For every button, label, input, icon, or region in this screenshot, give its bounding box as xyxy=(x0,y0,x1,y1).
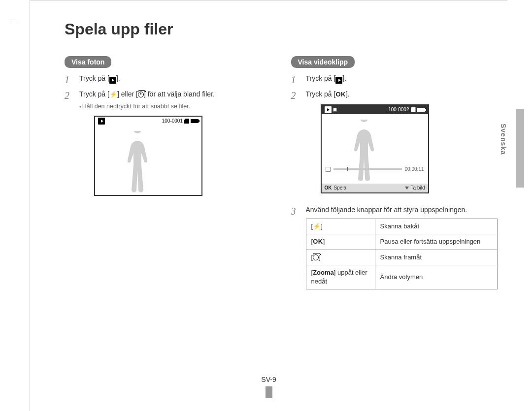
side-tab-bar xyxy=(516,109,524,188)
elapsed-time: 00:00:11 xyxy=(405,166,424,173)
table-row: [OK]Pausa eller fortsätta uppspelningen xyxy=(306,234,498,250)
video-screen-body: 00:00:11 xyxy=(322,115,428,184)
step-text: ] för att välja bland filer. xyxy=(144,90,215,98)
photos-step-1: 1 Tryck på []. xyxy=(65,74,271,90)
step-number: 1 xyxy=(65,73,69,87)
photos-substep: Håll den nedtryckt för att snabbt se fil… xyxy=(79,102,271,111)
step-text: Använd följande knappar för att styra up… xyxy=(306,206,467,214)
video-counter: 100-0002 xyxy=(388,106,409,113)
timer-icon xyxy=(138,92,144,97)
botbar-left-text: Spela xyxy=(334,185,347,191)
photo-screen-topbar: 100-0001 xyxy=(95,117,201,126)
flash-icon: ⚡ xyxy=(109,90,117,99)
crop-mark xyxy=(10,20,17,20)
playback-icon xyxy=(109,77,116,84)
control-desc-cell: Ändra volymen xyxy=(375,265,498,289)
photos-column: Visa foton 1 Tryck på []. 2 Tryck på [⚡]… xyxy=(65,56,271,295)
step-text: Tryck på [ xyxy=(306,90,336,98)
step-number: 3 xyxy=(291,204,296,218)
battery-icon xyxy=(191,119,199,123)
person-silhouette xyxy=(123,131,152,195)
step-number: 2 xyxy=(291,89,296,102)
movie-icon xyxy=(333,108,337,112)
photos-section-label: Visa foton xyxy=(65,56,111,68)
video-progress: 00:00:11 xyxy=(326,166,424,173)
person-silhouette xyxy=(349,120,379,184)
ok-icon: OK xyxy=(313,237,323,246)
videos-section-label: Visa videoklipp xyxy=(291,56,355,68)
videos-steps: 1 Tryck på []. 2 Tryck på [OK]. xyxy=(291,74,498,295)
video-screen-botbar: OK Spela Ta bild xyxy=(322,184,428,192)
video-screen-topbar: 100-0002 xyxy=(322,105,428,115)
control-desc-cell: Skanna bakåt xyxy=(375,219,498,234)
ok-label: OK xyxy=(325,185,332,191)
step-text: Tryck på [ xyxy=(79,90,109,98)
control-desc-cell: Pausa eller fortsätta uppspelningen xyxy=(375,234,498,250)
stop-icon xyxy=(326,167,331,172)
zoom-label: Zooma xyxy=(313,269,334,276)
table-row: [Zooma] uppåt eller nedåtÄndra volymen xyxy=(306,265,498,289)
photo-screen-mock: 100-0001 xyxy=(94,116,202,196)
videos-step-1: 1 Tryck på []. xyxy=(291,74,498,90)
step-text: ]. xyxy=(346,90,350,98)
content-area: Spela upp filer Visa foton 1 Tryck på []… xyxy=(30,20,507,295)
photo-counter: 100-0001 xyxy=(162,118,183,125)
step-text: ]. xyxy=(116,74,120,82)
step-text: Tryck på [ xyxy=(79,74,109,82)
ok-icon: OK xyxy=(335,90,346,99)
progress-bar xyxy=(333,168,402,170)
playback-mode-icon xyxy=(98,118,105,125)
battery-icon xyxy=(417,108,425,112)
timer-icon xyxy=(313,254,319,260)
down-icon xyxy=(405,187,409,190)
step-text: Tryck på [ xyxy=(306,74,336,82)
page-number: SV-9 xyxy=(261,376,276,383)
videos-step-2: 2 Tryck på [OK]. 100-0002 xyxy=(291,90,498,205)
botbar-left: OK Spela xyxy=(325,185,347,191)
sd-icon xyxy=(184,119,189,124)
video-top-right: 100-0002 xyxy=(388,106,425,113)
control-desc-cell: Skanna framåt xyxy=(375,250,498,265)
page-footer: SV-9 xyxy=(30,376,507,398)
two-column-layout: Visa foton 1 Tryck på []. 2 Tryck på [⚡]… xyxy=(65,56,498,295)
botbar-right-text: Ta bild xyxy=(411,185,425,191)
video-screen-mock: 100-0002 xyxy=(321,104,429,193)
playback-mode-icon xyxy=(325,106,332,113)
control-key-cell: [] xyxy=(306,250,375,265)
controls-tbody: [⚡]Skanna bakåt[OK]Pausa eller fortsätta… xyxy=(306,219,498,289)
step-number: 2 xyxy=(65,89,69,102)
table-row: [⚡]Skanna bakåt xyxy=(306,219,498,234)
photos-step-2: 2 Tryck på [⚡] eller [] för att välja bl… xyxy=(65,90,271,208)
footer-bar xyxy=(266,386,272,398)
control-key-cell: [⚡] xyxy=(306,219,375,234)
video-top-left xyxy=(325,106,337,113)
photo-screen-status: 100-0001 xyxy=(162,118,199,125)
controls-table: [⚡]Skanna bakåt[OK]Pausa eller fortsätta… xyxy=(306,219,498,289)
photo-screen-body xyxy=(95,126,201,195)
side-tab-text: Svenska xyxy=(499,124,507,155)
step-text: ] eller [ xyxy=(117,90,138,98)
flash-icon: ⚡ xyxy=(313,222,321,231)
step-number: 1 xyxy=(291,73,296,87)
control-key-cell: [OK] xyxy=(306,234,375,250)
sd-icon xyxy=(411,107,416,112)
playback-icon xyxy=(335,77,342,84)
language-side-tab: Svenska xyxy=(499,124,507,155)
videos-column: Visa videoklipp 1 Tryck på []. 2 Tryck p… xyxy=(291,56,498,295)
photos-steps: 1 Tryck på []. 2 Tryck på [⚡] eller [] f… xyxy=(65,74,271,208)
table-row: []Skanna framåt xyxy=(306,250,498,265)
videos-step-3: 3 Använd följande knappar för att styra … xyxy=(291,205,498,296)
step-text: ]. xyxy=(342,74,346,82)
control-key-cell: [Zooma] uppåt eller nedåt xyxy=(306,265,375,289)
page-title: Spela upp filer xyxy=(65,20,498,38)
botbar-right: Ta bild xyxy=(405,185,425,191)
page-frame: Spela upp filer Visa foton 1 Tryck på []… xyxy=(30,0,507,411)
